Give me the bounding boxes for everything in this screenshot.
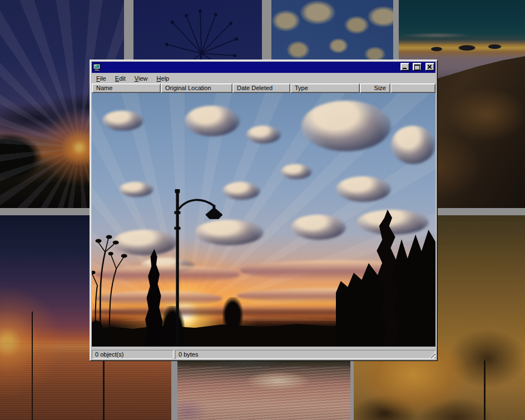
menu-bar: File Edit View Help [92, 73, 435, 83]
menu-view[interactable]: View [131, 75, 151, 82]
status-objects: 0 object(s) [92, 350, 174, 359]
column-header-original-location[interactable]: Original Location [161, 83, 232, 93]
screen: File Edit View Help Name Original Locati… [0, 0, 525, 420]
column-header-name[interactable]: Name [92, 83, 161, 93]
cloud [391, 126, 435, 164]
cloud [102, 111, 143, 131]
status-bytes: 0 bytes [175, 350, 435, 359]
column-header-date-deleted[interactable]: Date Deleted [232, 83, 290, 93]
street-lamp-silhouette [167, 189, 222, 347]
column-header-type[interactable]: Type [290, 83, 360, 93]
menu-file[interactable]: File [93, 75, 110, 82]
cloud [281, 164, 312, 179]
maximize-button[interactable] [413, 63, 422, 71]
computer-icon [93, 63, 102, 71]
minimize-button[interactable] [400, 63, 409, 71]
recycle-bin-window: File Edit View Help Name Original Locati… [90, 60, 438, 361]
menu-edit[interactable]: Edit [112, 75, 129, 82]
titlebar[interactable] [92, 62, 435, 73]
status-bar: 0 object(s) 0 bytes [92, 347, 435, 359]
menu-help[interactable]: Help [153, 75, 173, 82]
bush-silhouette [222, 297, 243, 328]
file-list-area[interactable] [92, 93, 435, 347]
minimize-icon [403, 68, 407, 69]
column-headers: Name Original Location Date Deleted Type… [92, 83, 435, 93]
cloud [119, 182, 153, 197]
column-header-size[interactable]: Size [360, 83, 390, 93]
maximize-icon [414, 65, 420, 70]
client-sunset-photo [92, 93, 435, 347]
cloud [246, 126, 281, 144]
cloud [356, 210, 429, 235]
close-button[interactable] [425, 63, 434, 71]
cloud [185, 106, 240, 136]
cloud [301, 101, 391, 151]
window-controls [400, 62, 434, 72]
plant-silhouettes [92, 230, 136, 347]
cloud [336, 176, 391, 202]
cloud [222, 182, 260, 200]
column-header-extra[interactable] [390, 83, 435, 93]
